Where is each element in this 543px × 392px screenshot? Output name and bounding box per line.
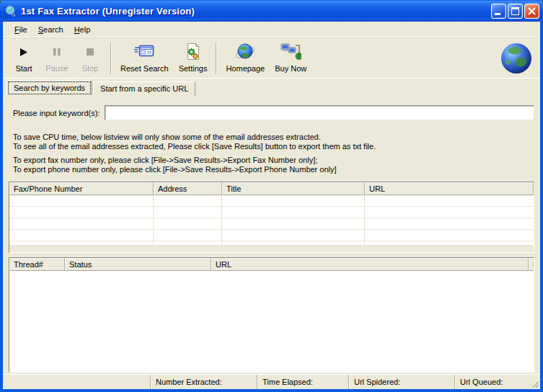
settings-label: Settings (179, 64, 208, 73)
table-row (9, 207, 534, 218)
menu-item-file[interactable]: File (9, 23, 33, 36)
stop-label: Stop (82, 64, 99, 73)
app-icon (5, 5, 17, 17)
tab-bar: Search by keywords Start from a specific… (3, 79, 540, 96)
minimize-icon (495, 13, 500, 15)
threads-header: Thread# Status URL De... (9, 258, 534, 271)
statusbar: Number Extracted: Time Elapsed: Url Spid… (3, 374, 540, 389)
column-header-status[interactable]: Status (65, 258, 211, 271)
column-header-de[interactable]: De... (529, 258, 534, 271)
column-header-thread[interactable]: Thread# (9, 258, 65, 271)
titlebar: 1st Fax Extractor (Unregister Version) (0, 0, 543, 22)
stop-button: Stop (74, 40, 107, 76)
stop-icon (86, 43, 94, 61)
settings-button[interactable]: Settings (174, 40, 213, 76)
table-row (9, 218, 534, 230)
tab-search-by-keywords[interactable]: Search by keywords (6, 80, 92, 96)
start-button[interactable]: Start (7, 40, 40, 76)
pause-label: Pause (45, 64, 68, 73)
status-panel-number-extracted: Number Extracted: (151, 375, 257, 389)
instruction-line: To export fax number only, please click … (13, 156, 534, 165)
menu-item-search[interactable]: Search (33, 23, 69, 36)
pause-icon (53, 43, 61, 61)
resize-grip-icon[interactable] (530, 379, 539, 388)
table-row (9, 195, 534, 207)
column-header-title[interactable]: Title (222, 182, 365, 195)
settings-icon (185, 43, 201, 61)
reset-search-button[interactable]: Reset Search (115, 40, 174, 76)
instruction-line: To see all of the email addresses extrac… (13, 142, 534, 151)
homepage-icon (234, 43, 256, 61)
app-window: 1st Fax Extractor (Unregister Version) F… (0, 0, 543, 392)
tab-start-from-url[interactable]: Start from a specific URL (93, 81, 195, 96)
results-header: Fax/Phone Number Address Title URL (9, 182, 534, 195)
brand-earth-logo (499, 41, 534, 76)
homepage-label: Homepage (226, 64, 265, 73)
status-panel-main (3, 375, 151, 389)
instructions: To save CPU time, below listview will on… (13, 133, 534, 174)
table-row (9, 241, 534, 245)
buy-now-label: Buy Now (275, 64, 306, 73)
threads-listview: Thread# Status URL De... (9, 257, 534, 373)
status-label: Url Queued: (460, 378, 503, 386)
keyword-input[interactable] (105, 105, 534, 120)
menu-item-help[interactable]: Help (69, 23, 97, 36)
start-label: Start (15, 64, 32, 73)
column-header-url[interactable]: URL (211, 258, 529, 271)
status-panel-time-elapsed: Time Elapsed: (257, 375, 349, 389)
close-icon (525, 4, 539, 18)
results-body (9, 195, 534, 245)
keyword-label: Please input keyword(s): (9, 109, 100, 117)
status-panel-url-queued: Url Queued: (455, 375, 540, 389)
table-row (9, 230, 534, 241)
homepage-button[interactable]: Homepage (221, 40, 270, 76)
results-listview: Fax/Phone Number Address Title URL (9, 182, 534, 253)
maximize-button[interactable] (508, 4, 523, 19)
reset-search-icon (133, 43, 155, 61)
instruction-line: To export phone number only, please clic… (13, 165, 534, 174)
buy-now-icon (280, 43, 301, 61)
minimize-button[interactable] (491, 4, 506, 19)
threads-body (9, 271, 534, 372)
toolbar: Start Pause Stop (3, 37, 540, 79)
start-icon (19, 43, 29, 61)
pause-button: Pause (40, 40, 74, 76)
instruction-line: To save CPU time, below listview will on… (13, 133, 534, 142)
window-title: 1st Fax Extractor (Unregister Version) (21, 6, 490, 17)
buy-now-button[interactable]: Buy Now (270, 40, 312, 76)
toolbar-separator (110, 43, 112, 74)
status-panel-url-spidered: Url Spidered: (349, 375, 455, 389)
maximize-icon (511, 7, 519, 15)
column-header-fax-phone[interactable]: Fax/Phone Number (9, 182, 154, 195)
close-button[interactable] (524, 4, 539, 19)
reset-search-label: Reset Search (120, 64, 169, 73)
horizontal-scrollbar[interactable] (9, 245, 534, 252)
menubar: File Search Help (3, 22, 540, 37)
toolbar-separator (216, 43, 217, 74)
column-header-address[interactable]: Address (154, 182, 222, 195)
column-header-url[interactable]: URL (365, 182, 534, 195)
tab-content: Please input keyword(s): To save CPU tim… (3, 96, 540, 374)
